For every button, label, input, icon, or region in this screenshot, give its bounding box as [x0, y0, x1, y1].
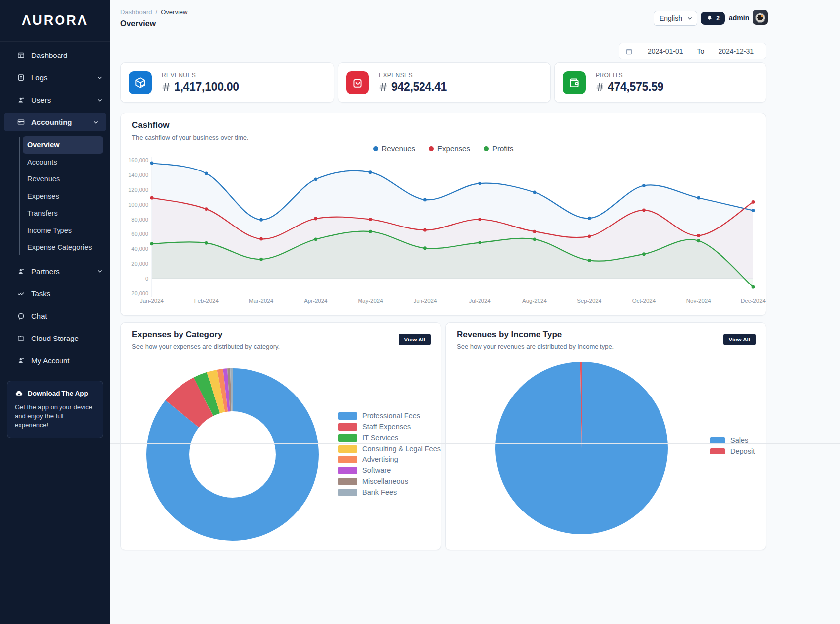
legend-label: Bank Fees: [362, 488, 397, 496]
language-value: English: [660, 14, 682, 22]
svg-text:60,000: 60,000: [131, 231, 148, 237]
legend-swatch: [338, 456, 357, 463]
legend-item[interactable]: Bank Fees: [338, 488, 441, 496]
legend-item[interactable]: IT Services: [338, 434, 441, 442]
sidebar-subitem-expense-categories[interactable]: Expense Categories: [0, 239, 110, 256]
legend-item[interactable]: Staff Expenses: [338, 423, 441, 431]
sidebar-nav: Dashboard Logs Users Accounting: [0, 44, 110, 372]
sidebar-item-accounting[interactable]: Accounting: [4, 113, 106, 131]
legend-label: Miscellaneous: [362, 477, 408, 485]
legend-swatch: [338, 489, 357, 496]
expenses-by-category-card: Expenses by Category See how your expens…: [120, 322, 441, 550]
legend-item-profits[interactable]: Profits: [484, 144, 514, 153]
svg-text:80,000: 80,000: [131, 217, 148, 223]
legend-label: Software: [362, 466, 391, 474]
sidebar-subitem-expenses[interactable]: Expenses: [0, 188, 110, 205]
sidebar-item-chat[interactable]: Chat: [0, 305, 110, 327]
stat-label: PROFITS: [596, 72, 663, 79]
expenses-legend: Professional FeesStaff ExpensesIT Servic…: [338, 412, 441, 496]
cashflow-title: Cashflow: [132, 120, 170, 130]
svg-text:40,000: 40,000: [131, 246, 148, 252]
sidebar-item-label: Cloud Storage: [31, 334, 79, 342]
sidebar-item-users[interactable]: Users: [0, 89, 110, 111]
svg-text:Jun-2024: Jun-2024: [413, 298, 437, 304]
sidebar-item-cloud-storage[interactable]: Cloud Storage: [0, 327, 110, 349]
sidebar-item-label: Users: [31, 96, 51, 104]
partners-icon: [17, 267, 25, 276]
sidebar-item-dashboard[interactable]: Dashboard: [0, 44, 110, 66]
sidebar-item-label: Dashboard: [31, 51, 67, 59]
currency-icon: [379, 82, 388, 92]
cashflow-subtitle: The cashflow of your business over time.: [132, 134, 249, 141]
date-start[interactable]: 2024-01-01: [643, 47, 688, 55]
svg-text:20,000: 20,000: [131, 261, 148, 267]
svg-text:100,000: 100,000: [128, 202, 148, 208]
chat-icon: [17, 312, 25, 320]
legend-item[interactable]: Advertising: [338, 455, 441, 463]
date-end[interactable]: 2024-12-31: [713, 47, 766, 55]
notification-count-badge: 2: [716, 15, 720, 22]
legend-item-revenues[interactable]: Revenues: [373, 144, 416, 153]
stat-card-profits: PROFITS 474,575.59: [554, 62, 766, 103]
legend-label: Revenues: [382, 144, 416, 153]
svg-text:Aug-2024: Aug-2024: [522, 298, 547, 304]
cashflow-chart[interactable]: 160,000140,000120,000100,00080,00060,000…: [125, 154, 763, 309]
language-select[interactable]: English: [654, 11, 697, 26]
username[interactable]: admin: [729, 14, 749, 22]
chevron-down-icon: [96, 268, 103, 275]
legend-item[interactable]: Miscellaneous: [338, 477, 441, 485]
sidebar-subitem-accounts[interactable]: Accounts: [0, 154, 110, 171]
revenues-legend: SalesDeposit: [710, 436, 755, 455]
legend-dot: [484, 146, 489, 151]
notifications-button[interactable]: 2: [701, 12, 725, 25]
logo: ΛURORΛ: [0, 0, 110, 42]
legend-swatch: [338, 423, 357, 431]
svg-text:Jan-2024: Jan-2024: [140, 298, 164, 304]
submenu-indent-line: [19, 137, 20, 255]
sidebar-subitem-revenues[interactable]: Revenues: [0, 170, 110, 188]
sidebar-item-label: Chat: [31, 312, 47, 320]
breadcrumb-parent[interactable]: Dashboard: [120, 8, 152, 16]
sidebar-subitem-income-types[interactable]: Income Types: [0, 222, 110, 239]
legend-swatch: [338, 445, 357, 453]
download-app-card[interactable]: Download The App Get the app on your dev…: [7, 381, 103, 438]
sidebar-item-label: Partners: [31, 267, 60, 276]
legend-item[interactable]: Software: [338, 466, 441, 474]
legend-swatch: [710, 437, 725, 444]
svg-text:Feb-2024: Feb-2024: [194, 298, 219, 304]
sidebar-item-label: Accounting: [31, 118, 72, 126]
legend-dot: [373, 146, 378, 151]
legend-label: Profits: [492, 144, 514, 153]
svg-text:Dec-2024: Dec-2024: [741, 298, 766, 304]
chevron-down-icon: [92, 119, 99, 126]
wallet-icon: [563, 71, 586, 94]
legend-item[interactable]: Deposit: [710, 447, 755, 455]
cloud-download-icon: [15, 389, 23, 397]
svg-text:May-2024: May-2024: [358, 298, 384, 304]
sidebar-item-logs[interactable]: Logs: [0, 66, 110, 89]
sidebar-item-partners[interactable]: Partners: [0, 260, 110, 283]
download-app-body: Get the app on your device and enjoy the…: [15, 403, 94, 430]
stat-value: 1,417,100.00: [174, 80, 239, 94]
shopping-bag-icon: [346, 71, 369, 94]
avatar[interactable]: [753, 10, 768, 25]
legend-item[interactable]: Professional Fees: [338, 412, 441, 420]
users-icon: [17, 96, 25, 104]
legend-item[interactable]: Consulting & Legal Fees: [338, 445, 441, 453]
sidebar-item-tasks[interactable]: Tasks: [0, 283, 110, 305]
date-range-picker[interactable]: 2024-01-01 To 2024-12-31: [619, 43, 766, 59]
sidebar-item-my-account[interactable]: My Account: [0, 349, 110, 372]
legend-item-expenses[interactable]: Expenses: [429, 144, 470, 153]
horizontal-divider: [110, 443, 840, 444]
pie-slice-sales[interactable]: [495, 362, 668, 534]
chevron-down-icon: [686, 15, 693, 22]
sidebar-subitem-overview[interactable]: Overview: [23, 136, 103, 154]
sidebar-subitem-transfers[interactable]: Transfers: [0, 205, 110, 222]
stat-card-revenues: REVENUES 1,417,100.00: [120, 62, 334, 103]
chevron-down-icon: [96, 74, 103, 81]
svg-text:Apr-2024: Apr-2024: [304, 298, 328, 304]
legend-label: Expenses: [437, 144, 470, 153]
legend-label: Advertising: [362, 455, 398, 463]
legend-swatch: [338, 467, 357, 474]
tasks-icon: [17, 289, 25, 298]
